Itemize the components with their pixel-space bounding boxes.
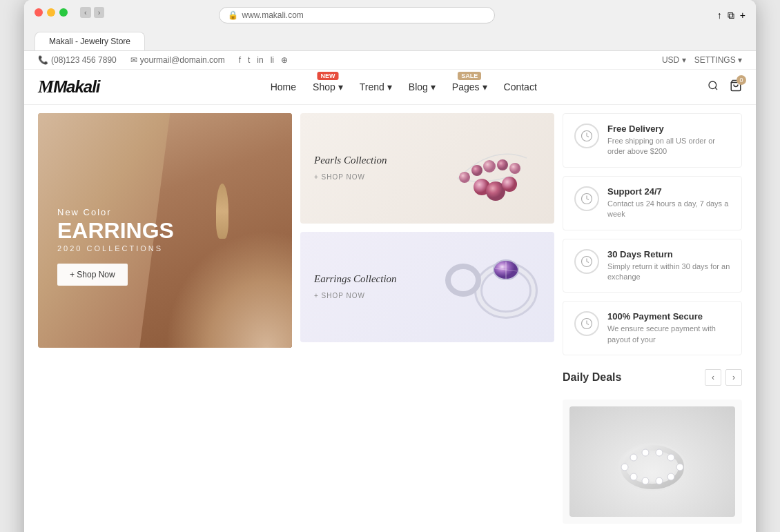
payment-desc: We ensure secure payment with payout of … bbox=[607, 324, 730, 345]
svg-point-5 bbox=[483, 160, 496, 173]
top-bar-right: USD ▾ SETTINGS ▾ bbox=[662, 55, 742, 65]
search-button[interactable] bbox=[708, 80, 719, 94]
linkedin-icon[interactable]: li bbox=[271, 55, 274, 65]
browser-nav-buttons: ‹ › bbox=[80, 7, 104, 18]
rss-icon[interactable]: ⊕ bbox=[281, 55, 288, 65]
return-icon bbox=[574, 249, 599, 274]
earrings-image bbox=[444, 242, 540, 332]
currency-selector[interactable]: USD ▾ bbox=[662, 55, 686, 65]
svg-point-22 bbox=[623, 448, 681, 486]
top-bar-left: 📞 (08)123 456 7890 ✉ yourmail@domain.com… bbox=[38, 55, 288, 65]
daily-deals-title: Daily Deals bbox=[563, 371, 621, 384]
settings-menu[interactable]: SETTINGS ▾ bbox=[694, 55, 742, 65]
earrings-banner-text: Earrings Collection + SHOP NOW bbox=[314, 273, 444, 301]
tabs-icon[interactable]: ⧉ bbox=[728, 10, 734, 21]
svg-point-26 bbox=[656, 449, 663, 456]
center-banners: Pearls Collection + SHOP NOW bbox=[300, 113, 554, 524]
pearls-banner-text: Pearls Collection + SHOP NOW bbox=[314, 155, 444, 182]
browser-tabs: Makali - Jewelry Store bbox=[35, 32, 745, 50]
delivery-title: Free Delivery bbox=[607, 124, 730, 134]
address-bar[interactable]: 🔒 www.makali.com bbox=[219, 7, 495, 23]
support-desc: Contact us 24 hours a day, 7 days a week bbox=[607, 199, 730, 220]
sale-badge: SALE bbox=[458, 72, 481, 80]
svg-point-30 bbox=[656, 477, 663, 484]
hero-text: New Color EARRINGS 2020 COLLECTIONS + Sh… bbox=[57, 207, 174, 286]
site-content: 📞 (08)123 456 7890 ✉ yourmail@domain.com… bbox=[24, 51, 756, 532]
svg-point-31 bbox=[642, 477, 649, 484]
phone-number: 📞 (08)123 456 7890 bbox=[38, 55, 117, 65]
pearls-image bbox=[444, 124, 540, 213]
feature-support: Support 24/7 Contact us 24 hours a day, … bbox=[563, 176, 742, 230]
hero-inner: New Color EARRINGS 2020 COLLECTIONS + Sh… bbox=[38, 113, 292, 348]
hero-flowers bbox=[165, 230, 292, 348]
feature-free-delivery: Free Delivery Free shipping on all US or… bbox=[563, 113, 742, 168]
email-address: ✉ yourmail@domain.com bbox=[130, 55, 225, 65]
return-desc: Simply return it within 30 days for an e… bbox=[607, 262, 730, 283]
new-badge: NEW bbox=[317, 72, 338, 80]
pearls-shop-link[interactable]: + SHOP NOW bbox=[314, 173, 365, 181]
feature-return: 30 Days Return Simply return it within 3… bbox=[563, 239, 742, 293]
pearl-svg bbox=[444, 124, 540, 213]
cart-button[interactable]: 0 bbox=[730, 79, 742, 95]
dropdown-icon: ▾ bbox=[431, 81, 436, 92]
svg-point-28 bbox=[676, 464, 683, 471]
support-title: Support 24/7 bbox=[607, 186, 730, 197]
deals-prev-button[interactable]: ‹ bbox=[705, 369, 721, 386]
deal-ring-svg bbox=[611, 420, 694, 503]
nav-trend[interactable]: Trend ▾ bbox=[360, 81, 392, 92]
hero-description: 2020 COLLECTIONS bbox=[57, 244, 174, 253]
deals-next-button[interactable]: › bbox=[725, 369, 742, 386]
minimize-dot[interactable] bbox=[47, 8, 55, 17]
delivery-icon bbox=[574, 124, 599, 148]
svg-point-3 bbox=[459, 172, 470, 183]
svg-point-24 bbox=[630, 454, 637, 461]
instagram-icon[interactable]: in bbox=[257, 55, 263, 65]
hero-cta-button[interactable]: + Shop Now bbox=[57, 264, 128, 286]
payment-icon bbox=[574, 311, 599, 336]
earrings-banner: Earrings Collection + SHOP NOW bbox=[300, 232, 554, 342]
daily-deals-header: Daily Deals ‹ › bbox=[563, 364, 742, 391]
return-title: 30 Days Return bbox=[607, 249, 730, 259]
svg-line-1 bbox=[715, 88, 717, 90]
svg-point-27 bbox=[667, 454, 674, 461]
add-tab-icon[interactable]: + bbox=[740, 10, 745, 21]
main-nav: Home NEW Shop ▾ Trend ▾ Blog ▾ SALE Pa bbox=[271, 81, 537, 92]
header: MMakali Home NEW Shop ▾ Trend ▾ Blog ▾ bbox=[24, 70, 756, 105]
hero-banner: New Color EARRINGS 2020 COLLECTIONS + Sh… bbox=[38, 113, 292, 348]
back-button[interactable]: ‹ bbox=[80, 7, 91, 18]
feature-return-text: 30 Days Return Simply return it within 3… bbox=[607, 249, 730, 283]
nav-pages[interactable]: SALE Pages ▾ bbox=[452, 81, 487, 92]
dropdown-icon: ▾ bbox=[338, 81, 343, 92]
svg-point-16 bbox=[448, 266, 478, 294]
facebook-icon[interactable]: f bbox=[239, 55, 241, 65]
mail-icon: ✉ bbox=[130, 55, 137, 65]
feature-support-text: Support 24/7 Contact us 24 hours a day, … bbox=[607, 186, 730, 220]
support-icon bbox=[574, 186, 599, 211]
browser-chrome: ‹ › 🔒 www.makali.com ↑ ⧉ + Makali - Jewe… bbox=[24, 0, 756, 51]
url-text: www.makali.com bbox=[242, 10, 304, 20]
svg-point-7 bbox=[509, 163, 520, 174]
browser-dots: ‹ › bbox=[35, 7, 104, 23]
twitter-icon[interactable]: t bbox=[248, 55, 250, 65]
phone-icon: 📞 bbox=[38, 55, 48, 65]
browser-tab-active[interactable]: Makali - Jewelry Store bbox=[35, 32, 145, 50]
pearls-title: Pearls Collection bbox=[314, 155, 444, 166]
maximize-dot[interactable] bbox=[59, 8, 68, 17]
logo-text-rest: Makali bbox=[53, 77, 99, 96]
nav-contact[interactable]: Contact bbox=[504, 81, 537, 92]
svg-point-6 bbox=[497, 159, 508, 170]
close-dot[interactable] bbox=[35, 8, 43, 17]
feature-delivery-text: Free Delivery Free shipping on all US or… bbox=[607, 124, 730, 157]
logo-text: M bbox=[38, 77, 53, 97]
hero-subtitle: New Color bbox=[57, 207, 174, 217]
forward-button[interactable]: › bbox=[94, 7, 105, 18]
logo[interactable]: MMakali bbox=[38, 77, 100, 97]
svg-point-4 bbox=[471, 165, 482, 176]
nav-blog[interactable]: Blog ▾ bbox=[409, 81, 436, 92]
cart-count: 0 bbox=[737, 75, 746, 85]
nav-shop[interactable]: NEW Shop ▾ bbox=[313, 81, 343, 92]
nav-home[interactable]: Home bbox=[271, 81, 296, 92]
svg-point-23 bbox=[621, 464, 628, 471]
share-icon[interactable]: ↑ bbox=[717, 10, 722, 21]
earrings-shop-link[interactable]: + SHOP NOW bbox=[314, 292, 365, 299]
